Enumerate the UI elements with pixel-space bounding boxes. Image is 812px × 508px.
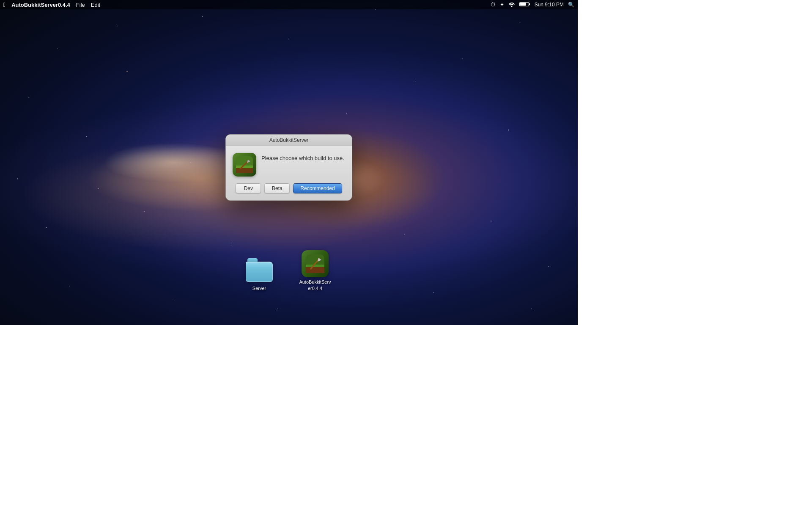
spotlight-icon[interactable]: 🔍 [568,2,574,8]
menubar:  AutoBukkitServer0.4.4 File Edit ⏱ ✦ [0,0,578,9]
dialog-content: Please choose which build to use. [226,146,352,183]
time-machine-icon[interactable]: ⏱ [491,2,496,8]
svg-rect-6 [236,168,253,173]
edit-menu[interactable]: Edit [91,2,100,8]
dialog-app-icon [233,153,256,177]
build-chooser-dialog: AutoBukkitServer [225,134,352,201]
dialog-overlay: AutoBukkitServer [0,9,578,325]
airport-icon[interactable] [508,2,515,8]
menubar-left:  AutoBukkitServer0.4.4 File Edit [3,1,100,8]
svg-point-0 [511,6,512,7]
dev-button[interactable]: Dev [236,183,261,193]
dialog-titlebar: AutoBukkitServer [226,135,352,146]
apple-menu[interactable]:  [3,1,5,8]
file-menu[interactable]: File [76,2,85,8]
desktop:  AutoBukkitServer0.4.4 File Edit ⏱ ✦ [0,0,578,325]
bluetooth-icon[interactable]: ✦ [500,2,504,8]
dialog-title: AutoBukkitServer [269,137,309,143]
battery-icon[interactable] [519,2,530,8]
svg-rect-2 [529,3,530,5]
datetime-display[interactable]: Sun 9:10 PM [535,2,564,8]
svg-rect-7 [236,166,253,168]
svg-rect-3 [520,3,526,6]
menubar-right: ⏱ ✦ Sun 9:10 PM 🔍 [491,2,574,8]
beta-button[interactable]: Beta [264,183,290,193]
app-name-menu[interactable]: AutoBukkitServer0.4.4 [11,2,70,8]
recommended-button[interactable]: Recommended [293,183,342,193]
dialog-buttons: Dev Beta Recommended [226,183,352,200]
dialog-message: Please choose which build to use. [261,153,345,162]
